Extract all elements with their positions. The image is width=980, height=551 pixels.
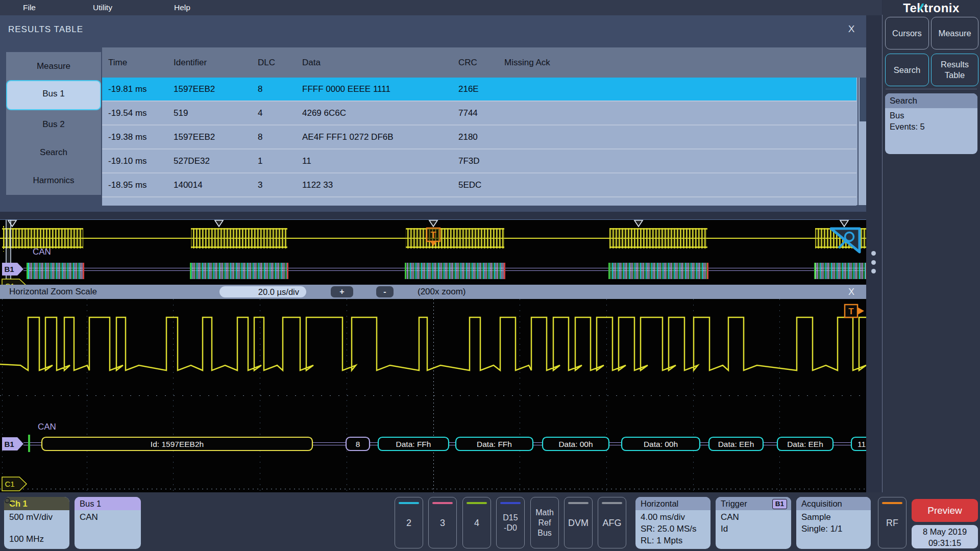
table-row[interactable]: -19.54 ms51944269 6C6C7744 — [102, 102, 856, 126]
column-header-missing-ack: Missing Ack — [498, 47, 866, 78]
cell-identifier: 1597EEB2 — [167, 78, 252, 101]
rf-button[interactable]: RF — [878, 497, 906, 548]
can-frame-data[interactable]: Data: FFh — [378, 437, 449, 450]
drawer-handle[interactable] — [871, 251, 877, 273]
bus1-zoom-label[interactable]: B1 — [2, 437, 23, 450]
channel1-badge[interactable]: Ch 1 500 mV/div 100 MHz — [4, 497, 69, 549]
cell-dlc: 3 — [252, 173, 296, 196]
measure-button[interactable]: Measure — [931, 17, 978, 49]
column-header-dlc: DLC — [252, 47, 296, 78]
search-button[interactable]: Search — [885, 54, 929, 86]
can-frame-data[interactable]: 11 — [851, 437, 866, 450]
results-table-title: RESULTS TABLE — [8, 24, 83, 35]
cursors-button[interactable]: Cursors — [885, 17, 929, 49]
table-row[interactable]: -19.10 ms527DE321117F3D — [102, 149, 856, 173]
can-frame-data[interactable]: Data: EEh — [709, 437, 763, 450]
zoom-close-icon[interactable]: X — [845, 285, 858, 299]
acquisition-badge[interactable]: Acquisition SampleSingle: 1/1 — [796, 497, 871, 549]
svg-text:Data: 00h: Data: 00h — [558, 440, 593, 448]
can-frame-data[interactable]: Data: 00h — [622, 437, 700, 450]
svg-text:8: 8 — [356, 440, 360, 448]
table-header-row: TimeIdentifierDLCDataCRCMissing Ack — [102, 47, 866, 78]
bus1-waveform-label[interactable]: B1 — [2, 263, 23, 276]
tab-search[interactable]: Search — [6, 138, 101, 166]
horizontal-title: Horizontal — [635, 497, 710, 510]
svg-text:Data: FFh: Data: FFh — [396, 440, 431, 448]
menu-item-help[interactable]: Help — [174, 0, 190, 15]
zoom-trigger-indicator-icon: T — [845, 305, 864, 317]
channel1-bandwidth: 100 MHz — [9, 533, 64, 545]
bus1-badge[interactable]: Bus 1 CAN — [75, 497, 141, 549]
table-row[interactable]: -19.81 ms1597EEB28FFFF 0000 EEEE 1111216… — [102, 78, 856, 102]
zoomed-waveform-display[interactable]: Id: 1597EEB2h 8 Data: FFh Data: FFh Data… — [0, 299, 866, 493]
horizontal-badge[interactable]: Horizontal 4.00 ms/divSR: 25.0 MS/sRL: 1… — [635, 497, 710, 549]
tab-measure[interactable]: Measure — [6, 52, 101, 80]
channel-color-line — [467, 502, 487, 504]
scrollbar-thumb[interactable] — [860, 78, 866, 121]
results-table: TimeIdentifierDLCDataCRCMissing Ack -19.… — [102, 47, 866, 205]
menu-item-utility[interactable]: Utility — [93, 0, 112, 15]
tab-bus1[interactable]: Bus 1 — [6, 80, 101, 110]
tab-bus2[interactable]: Bus 2 — [6, 110, 101, 138]
cell-dlc: 8 — [252, 126, 296, 148]
channel1-zoom-label[interactable]: C1 — [2, 477, 27, 491]
cell-time: -19.38 ms — [102, 126, 167, 148]
overview-graphics: T CAN B1 C1 — [0, 220, 866, 285]
can-frame-data[interactable]: Data: EEh — [777, 437, 833, 450]
channel-button-afg[interactable]: AFG — [598, 497, 626, 548]
top-menu-bar: FileUtilityHelp — [0, 0, 882, 15]
svg-text:C1: C1 — [5, 480, 14, 488]
badge-line: Sample — [801, 511, 866, 523]
menu-item-file[interactable]: File — [23, 0, 36, 15]
results-table-button[interactable]: ResultsTable — [931, 54, 978, 86]
can-frame-data[interactable]: Data: FFh — [456, 437, 533, 450]
table-row[interactable]: -19.38 ms1597EEB28AE4F FFF1 0272 DF6B218… — [102, 126, 856, 149]
cell-dlc: 4 — [252, 102, 296, 124]
can-frame-dlc[interactable]: 8 — [346, 437, 370, 450]
table-scrollbar[interactable] — [857, 78, 866, 205]
svg-text:Data: EEh: Data: EEh — [787, 440, 823, 448]
cell-time: -18.95 ms — [102, 173, 167, 196]
status-bar: Ch 1 500 mV/div 100 MHz Bus 1 CAN 234D15… — [0, 492, 980, 551]
channel-color-line — [399, 502, 419, 504]
table-filler — [102, 197, 856, 206]
channel-button-d15[interactable]: D15-D0 — [496, 497, 525, 548]
svg-text:CAN: CAN — [38, 422, 56, 432]
svg-text:Id: 1597EEB2h: Id: 1597EEB2h — [151, 440, 204, 448]
search-panel-line2: Events: 5 — [890, 121, 973, 132]
cell-crc: 5EDC — [452, 173, 498, 196]
search-mark-icon — [215, 220, 223, 227]
channel-color-line — [568, 502, 589, 504]
column-header-crc: CRC — [452, 47, 498, 78]
results-table-panel: RESULTS TABLE X MeasureBus 1Bus 2SearchH… — [0, 15, 866, 212]
trigger-badge[interactable]: Trigger B1 CANId — [716, 497, 791, 549]
preview-button[interactable]: Preview — [912, 499, 978, 522]
svg-text:Data: 00h: Data: 00h — [644, 440, 678, 448]
zoom-out-button[interactable]: - — [376, 286, 394, 297]
right-sidebar: Tektronix CursorsMeasureSearchResultsTab… — [883, 0, 980, 492]
date: 8 May 2019 — [912, 526, 978, 537]
cell-dlc: 1 — [252, 149, 296, 172]
channel-button-dvm[interactable]: DVM — [564, 497, 593, 548]
channel-button-2[interactable]: 2 — [395, 497, 423, 548]
cell-crc: 2180 — [452, 126, 498, 148]
channel-button-4[interactable]: 4 — [462, 497, 491, 548]
svg-text:11: 11 — [857, 440, 866, 448]
zoom-scale-value[interactable]: 20.0 µs/div — [219, 286, 306, 297]
horizontal-zoom-scale-bar: Horizontal Zoom Scale 20.0 µs/div + - (2… — [0, 285, 866, 299]
channel-button-math[interactable]: MathRefBus — [530, 497, 559, 548]
can-frame-data[interactable]: Data: 00h — [543, 437, 609, 450]
table-row[interactable]: -18.95 ms14001431122 335EDC — [102, 173, 856, 197]
waveform-overview-display[interactable]: T CAN B1 C1 — [0, 219, 866, 285]
cell-crc: 7F3D — [452, 149, 498, 172]
column-header-identifier: Identifier — [167, 47, 252, 78]
can-frame-id[interactable]: Id: 1597EEB2h — [42, 437, 312, 450]
zoom-in-button[interactable]: + — [331, 286, 353, 297]
cell-missing_ack — [498, 78, 856, 101]
svg-text:Data: FFh: Data: FFh — [477, 440, 512, 448]
search-mark-icon — [634, 220, 643, 227]
badge-line: SR: 25.0 MS/s — [641, 523, 705, 535]
tab-harmonics[interactable]: Harmonics — [6, 166, 101, 194]
channel-button-3[interactable]: 3 — [428, 497, 457, 548]
close-icon[interactable]: X — [845, 23, 858, 35]
